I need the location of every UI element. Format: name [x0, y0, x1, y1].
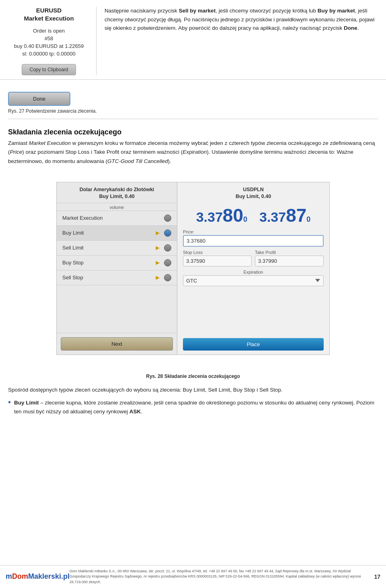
take-profit-label: Take Profit — [255, 250, 324, 255]
order-type-sell-stop[interactable]: Sell Stop ► — [57, 270, 177, 285]
place-button[interactable]: Place — [183, 338, 324, 351]
widget-order-type-header: Buy Limit, 0.40 — [99, 194, 134, 199]
order-type-buy-limit[interactable]: Buy Limit ► — [57, 226, 177, 241]
bullet-text-buy-limit: Buy Limit – zlecenie kupna, które zostan… — [14, 398, 378, 417]
price-separator — [247, 217, 259, 223]
volume-label: volume — [57, 203, 177, 211]
widget-right-header: USDPLN Buy Limit, 0.40 — [183, 186, 324, 200]
bid-sup: 0 — [243, 215, 247, 223]
order-type-market-execution-label: Market Execution — [62, 215, 164, 221]
ask-main: 87 — [286, 205, 306, 226]
order-type-buy-stop-label: Buy Stop — [62, 260, 154, 266]
footer-text: Dom Maklerski mBanku S.A., 00-950 Warsza… — [70, 569, 371, 585]
done-caption: Rys. 27 Potwierdzenie zawarcia zlecenia. — [8, 108, 378, 114]
bullet-intro: Spośród dostępnych typów zleceń oczekują… — [0, 386, 386, 394]
section-body: Zamiast Market Execution w pierwszym kro… — [0, 139, 386, 166]
currency-pair: EURUSD Market Execution — [8, 6, 90, 22]
order-type-buy-stop-radio[interactable] — [164, 259, 171, 266]
order-type-buy-limit-radio[interactable] — [164, 229, 171, 237]
price-label: Price: — [183, 229, 324, 234]
copy-clipboard-button[interactable]: Copy to Clipboard — [22, 64, 76, 75]
order-detail1: buy 0.40 EURUSD at 1.22659 — [8, 43, 90, 49]
sell-stop-arrow-icon: ► — [154, 274, 161, 281]
bullet-list: • Buy Limit – zlecenie kupna, które zost… — [0, 394, 386, 428]
buy-stop-arrow-icon: ► — [154, 259, 161, 266]
bid-price: 3.37800 — [196, 204, 247, 226]
ask-price: 3.37870 — [259, 204, 310, 226]
footer-page-number: 17 — [371, 574, 380, 580]
divider — [8, 119, 378, 119]
price-display: 3.37800 3.37870 — [183, 204, 324, 226]
page-footer: mDomMaklerski.pl Dom Maklerski mBanku S.… — [0, 565, 386, 588]
order-type-sell-limit[interactable]: Sell Limit ► — [57, 241, 177, 256]
widget-caption: Rys. 28 Składanie zlecenia oczekującego — [0, 373, 386, 379]
order-type-sell-stop-radio[interactable] — [164, 274, 171, 281]
stop-loss-label: Stop Loss — [183, 250, 252, 255]
sell-limit-arrow-icon: ► — [154, 244, 161, 252]
widget-order-label: Buy Limit, 0.40 — [236, 194, 271, 199]
ask-sup: 0 — [306, 215, 310, 223]
bid-main: 80 — [223, 205, 243, 226]
currency-label: EURUSD — [36, 7, 62, 14]
order-type-buy-limit-label: Buy Limit — [62, 230, 154, 236]
order-status: Order is open — [8, 28, 90, 34]
footer-logo: mDomMaklerski.pl — [6, 572, 70, 581]
widget-left-header: Dolar Amerykański do Złotówki Buy Limit,… — [57, 182, 177, 203]
order-type-buy-stop[interactable]: Buy Stop ► — [57, 256, 177, 270]
order-type-list: Market Execution Buy Limit ► Sell Limit … — [57, 211, 177, 333]
expiration-label: Expiration — [183, 270, 324, 274]
bullet-dot: • — [8, 398, 11, 407]
order-type-sell-limit-radio[interactable] — [164, 244, 171, 252]
bid-prefix: 3.37 — [196, 209, 223, 225]
bullet-item-buy-limit: • Buy Limit – zlecenie kupna, które zost… — [8, 398, 378, 417]
order-type-market-execution-radio[interactable] — [164, 215, 171, 222]
order-type-sell-limit-label: Sell Limit — [62, 245, 154, 251]
take-profit-input[interactable] — [255, 256, 324, 266]
mode-label: Market Execution — [24, 15, 74, 22]
intro-text: Następnie naciskamy przycisk Sell by mar… — [96, 6, 378, 75]
order-number: #58 — [8, 35, 90, 41]
order-type-market-execution[interactable]: Market Execution — [57, 211, 177, 226]
buy-limit-arrow-icon: ► — [154, 229, 161, 237]
order-detail2: sl: 0.00000 tp: 0.00000 — [8, 51, 90, 57]
next-button[interactable]: Next — [61, 337, 173, 351]
done-button[interactable]: Done — [8, 92, 70, 106]
expiration-select[interactable]: GTC Day — [183, 275, 324, 286]
section-title: Składania zlecenia oczekującego — [0, 121, 386, 139]
widget-pair-label: USDPLN — [243, 187, 263, 192]
widget-currency-name: Dolar Amerykański do Złotówki — [80, 187, 154, 192]
ask-prefix: 3.37 — [259, 209, 286, 225]
stop-loss-input[interactable] — [183, 256, 252, 266]
price-input[interactable] — [183, 235, 324, 247]
order-type-sell-stop-label: Sell Stop — [62, 274, 154, 281]
